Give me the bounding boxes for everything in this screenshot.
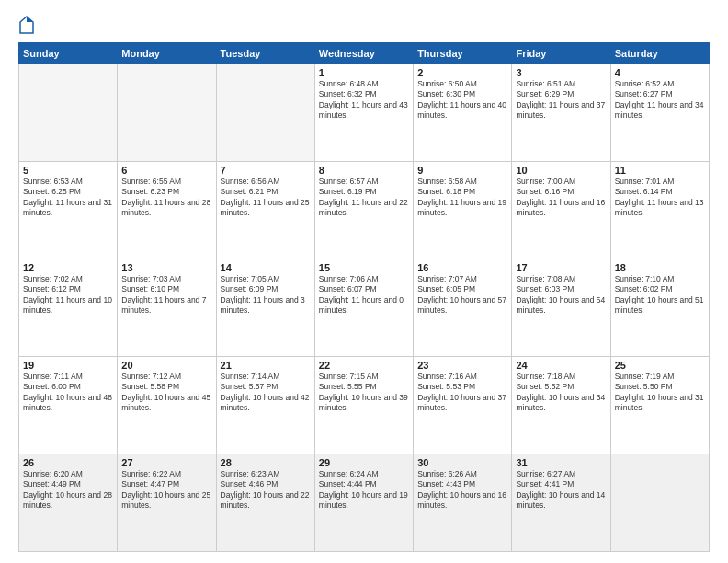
sunset-line: Sunset: 6:16 PM (516, 187, 606, 197)
sunrise-line: Sunrise: 7:02 AM (23, 274, 113, 284)
calendar-week-row: 26Sunrise: 6:20 AMSunset: 4:49 PMDayligh… (19, 454, 710, 552)
day-detail: Sunrise: 7:11 AMSunset: 6:00 PMDaylight:… (23, 372, 113, 414)
day-detail: Sunrise: 7:02 AMSunset: 6:12 PMDaylight:… (23, 274, 113, 316)
sunset-line: Sunset: 6:30 PM (417, 89, 507, 99)
sunset-line: Sunset: 5:50 PM (615, 382, 705, 392)
calendar-week-row: 5Sunrise: 6:53 AMSunset: 6:25 PMDaylight… (19, 162, 710, 259)
page: SundayMondayTuesdayWednesdayThursdayFrid… (0, 0, 728, 563)
daylight-line: Daylight: 11 hours and 3 minutes. (221, 295, 311, 316)
day-header: Wednesday (314, 43, 413, 64)
calendar-cell: 10Sunrise: 7:00 AMSunset: 6:16 PMDayligh… (512, 162, 610, 259)
daylight-line: Daylight: 10 hours and 34 minutes. (516, 393, 606, 414)
day-detail: Sunrise: 7:07 AMSunset: 6:05 PMDaylight:… (417, 274, 507, 316)
day-number: 10 (516, 165, 606, 176)
daylight-line: Daylight: 11 hours and 16 minutes. (516, 198, 606, 219)
sunset-line: Sunset: 6:10 PM (121, 284, 211, 294)
daylight-line: Daylight: 11 hours and 19 minutes. (417, 198, 507, 219)
daylight-line: Daylight: 10 hours and 42 minutes. (221, 393, 311, 414)
daylight-line: Daylight: 11 hours and 40 minutes. (417, 100, 507, 121)
daylight-line: Daylight: 11 hours and 7 minutes. (121, 295, 211, 316)
daylight-line: Daylight: 10 hours and 45 minutes. (121, 393, 211, 414)
calendar-cell: 22Sunrise: 7:15 AMSunset: 5:55 PMDayligh… (314, 357, 413, 454)
sunrise-line: Sunrise: 6:53 AM (23, 177, 113, 187)
day-detail: Sunrise: 6:51 AMSunset: 6:29 PMDaylight:… (516, 79, 606, 121)
calendar-cell: 27Sunrise: 6:22 AMSunset: 4:47 PMDayligh… (118, 454, 216, 552)
calendar-cell: 31Sunrise: 6:27 AMSunset: 4:41 PMDayligh… (512, 454, 610, 552)
day-number: 17 (516, 262, 606, 273)
sunset-line: Sunset: 4:41 PM (516, 479, 606, 489)
day-number: 21 (221, 360, 311, 371)
day-number: 23 (417, 360, 507, 371)
calendar-cell: 8Sunrise: 6:57 AMSunset: 6:19 PMDaylight… (314, 162, 413, 259)
day-detail: Sunrise: 7:15 AMSunset: 5:55 PMDaylight:… (319, 372, 409, 414)
sunset-line: Sunset: 5:55 PM (319, 382, 409, 392)
daylight-line: Daylight: 10 hours and 28 minutes. (23, 490, 113, 511)
calendar-cell: 15Sunrise: 7:06 AMSunset: 6:07 PMDayligh… (314, 259, 413, 357)
sunrise-line: Sunrise: 7:01 AM (615, 177, 705, 187)
sunset-line: Sunset: 4:49 PM (23, 479, 113, 489)
daylight-line: Daylight: 11 hours and 0 minutes. (319, 295, 409, 316)
daylight-line: Daylight: 11 hours and 25 minutes. (221, 198, 311, 219)
sunrise-line: Sunrise: 6:56 AM (221, 177, 311, 187)
sunset-line: Sunset: 6:02 PM (615, 284, 705, 294)
day-detail: Sunrise: 6:52 AMSunset: 6:27 PMDaylight:… (615, 79, 705, 121)
sunrise-line: Sunrise: 7:06 AM (319, 274, 409, 284)
daylight-line: Daylight: 11 hours and 34 minutes. (615, 100, 705, 121)
sunset-line: Sunset: 6:32 PM (319, 89, 409, 99)
calendar-cell (19, 64, 118, 162)
calendar-cell: 9Sunrise: 6:58 AMSunset: 6:18 PMDaylight… (414, 162, 512, 259)
day-number: 27 (121, 457, 211, 468)
sunset-line: Sunset: 5:53 PM (417, 382, 507, 392)
day-number: 29 (319, 457, 409, 468)
calendar-cell: 28Sunrise: 6:23 AMSunset: 4:46 PMDayligh… (216, 454, 314, 552)
sunrise-line: Sunrise: 6:52 AM (615, 79, 705, 89)
sunset-line: Sunset: 4:43 PM (417, 479, 507, 489)
daylight-line: Daylight: 11 hours and 43 minutes. (319, 100, 409, 121)
calendar-cell: 25Sunrise: 7:19 AMSunset: 5:50 PMDayligh… (610, 357, 709, 454)
day-detail: Sunrise: 7:06 AMSunset: 6:07 PMDaylight:… (319, 274, 409, 316)
sunrise-line: Sunrise: 7:10 AM (615, 274, 705, 284)
calendar-cell: 26Sunrise: 6:20 AMSunset: 4:49 PMDayligh… (19, 454, 118, 552)
sunset-line: Sunset: 6:23 PM (121, 187, 211, 197)
calendar-cell: 5Sunrise: 6:53 AMSunset: 6:25 PMDaylight… (19, 162, 118, 259)
day-header: Thursday (414, 43, 512, 64)
day-number: 20 (121, 360, 211, 371)
logo-icon (18, 15, 35, 35)
day-detail: Sunrise: 7:08 AMSunset: 6:03 PMDaylight:… (516, 274, 606, 316)
daylight-line: Daylight: 10 hours and 51 minutes. (615, 295, 705, 316)
day-detail: Sunrise: 6:48 AMSunset: 6:32 PMDaylight:… (319, 79, 409, 121)
calendar-week-row: 12Sunrise: 7:02 AMSunset: 6:12 PMDayligh… (19, 259, 710, 357)
day-detail: Sunrise: 6:58 AMSunset: 6:18 PMDaylight:… (417, 177, 507, 219)
sunrise-line: Sunrise: 7:12 AM (121, 372, 211, 382)
sunset-line: Sunset: 6:07 PM (319, 284, 409, 294)
day-number: 9 (417, 165, 507, 176)
calendar-cell: 18Sunrise: 7:10 AMSunset: 6:02 PMDayligh… (610, 259, 709, 357)
sunrise-line: Sunrise: 6:20 AM (23, 469, 113, 479)
day-detail: Sunrise: 7:19 AMSunset: 5:50 PMDaylight:… (615, 372, 705, 414)
sunset-line: Sunset: 6:12 PM (23, 284, 113, 294)
day-detail: Sunrise: 7:03 AMSunset: 6:10 PMDaylight:… (121, 274, 211, 316)
calendar-cell: 2Sunrise: 6:50 AMSunset: 6:30 PMDaylight… (414, 64, 512, 162)
sunrise-line: Sunrise: 6:58 AM (417, 177, 507, 187)
sunrise-line: Sunrise: 6:51 AM (516, 79, 606, 89)
sunset-line: Sunset: 6:19 PM (319, 187, 409, 197)
svg-marker-1 (27, 17, 33, 22)
day-detail: Sunrise: 7:18 AMSunset: 5:52 PMDaylight:… (516, 372, 606, 414)
day-header: Monday (118, 43, 216, 64)
day-number: 19 (23, 360, 113, 371)
calendar-cell: 30Sunrise: 6:26 AMSunset: 4:43 PMDayligh… (414, 454, 512, 552)
sunset-line: Sunset: 6:14 PM (615, 187, 705, 197)
sunrise-line: Sunrise: 7:07 AM (417, 274, 507, 284)
daylight-line: Daylight: 11 hours and 31 minutes. (23, 198, 113, 219)
sunrise-line: Sunrise: 7:00 AM (516, 177, 606, 187)
sunset-line: Sunset: 5:58 PM (121, 382, 211, 392)
sunrise-line: Sunrise: 7:19 AM (615, 372, 705, 382)
calendar-cell: 4Sunrise: 6:52 AMSunset: 6:27 PMDaylight… (610, 64, 709, 162)
calendar-cell (610, 454, 709, 552)
day-number: 12 (23, 262, 113, 273)
day-number: 6 (121, 165, 211, 176)
sunset-line: Sunset: 6:09 PM (221, 284, 311, 294)
day-number: 31 (516, 457, 606, 468)
day-detail: Sunrise: 6:50 AMSunset: 6:30 PMDaylight:… (417, 79, 507, 121)
sunset-line: Sunset: 6:29 PM (516, 89, 606, 99)
